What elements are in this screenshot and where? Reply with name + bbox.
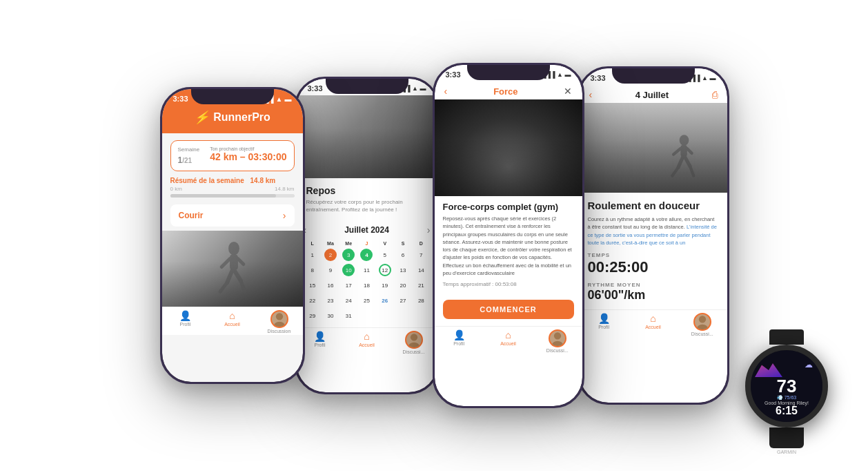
tab-accueil-1[interactable]: ⌂ Accueil (209, 310, 256, 334)
day-19[interactable]: 19 (376, 278, 394, 293)
garmin-brand: GARMIN (738, 450, 835, 454)
share-icon[interactable]: ⎙ (712, 89, 718, 100)
day-4[interactable]: 4 (357, 247, 375, 262)
day-22[interactable]: 22 (304, 293, 322, 308)
svg-line-3 (237, 259, 243, 265)
day-26[interactable]: 26 (376, 293, 394, 308)
courir-arrow: › (283, 210, 286, 221)
day-21[interactable]: 21 (412, 278, 430, 293)
status-time-2: 3:33 (308, 84, 323, 93)
force-time: Temps approximatif : 00:53:08 (443, 281, 574, 287)
day-27[interactable]: 27 (394, 293, 412, 308)
accueil-icon-4: ⌂ (650, 313, 655, 324)
profil-label-4: Profil (598, 325, 609, 329)
col-ma: Ma (322, 240, 339, 247)
day-29[interactable]: 29 (304, 308, 322, 323)
weights-bg (435, 99, 582, 196)
force-desc: Reposez-vous après chaque série et exerc… (443, 215, 574, 277)
watch-strap-bottom (769, 427, 804, 448)
day-5[interactable]: 5 (376, 247, 394, 262)
cal-title: Juillet 2024 (344, 225, 389, 235)
svg-line-7 (240, 280, 244, 291)
watch-temperature: 73 (777, 377, 797, 395)
phone-calendar: 3:33 ▐▐▐ ▲ ▬ Repos Récupérez votre corps… (295, 77, 440, 394)
profil-icon-4: 👤 (598, 313, 610, 324)
tab-discussion-3[interactable]: Discussi... (533, 329, 582, 353)
svg-line-18 (678, 157, 682, 167)
top-img-bg (297, 95, 437, 178)
tab-discussion-2[interactable]: Discussi... (391, 331, 437, 354)
tab-profil-1[interactable]: 👤 Profil (162, 310, 209, 334)
wind-icon: 💨 (777, 395, 783, 400)
tab-discussion-1[interactable]: Discussion (256, 310, 303, 334)
outdoor-bg (580, 103, 727, 193)
avatar-1 (270, 310, 288, 328)
force-header: ‹ Force ✕ (435, 81, 582, 99)
day-28[interactable]: 28 (412, 293, 430, 308)
day-30[interactable]: 30 (322, 308, 339, 323)
objectif-section: Ton prochain objectif 42 km – 03:30:00 (210, 146, 286, 162)
cal-next[interactable]: › (427, 224, 431, 236)
day-7[interactable]: 7 (412, 247, 430, 262)
tab-discussion-4[interactable]: Discussi... (678, 313, 727, 336)
main-scene: 3:33 ▐▐▐ ▲ ▬ ⚡ RunnerPro Semaine (0, 0, 868, 471)
rythme-metric-val: 06'00"/km (588, 288, 719, 302)
day-20[interactable]: 20 (394, 278, 412, 293)
day-1[interactable]: 1 (304, 247, 322, 262)
phone-force: 3:33 ▐▐▐ ▲ ▬ ‹ Force ✕ Force-corps compl… (433, 63, 584, 408)
notch1 (191, 89, 274, 104)
close-button[interactable]: ✕ (564, 86, 572, 97)
back-arrow-4[interactable]: ‹ (589, 89, 593, 100)
svg-point-14 (679, 135, 689, 145)
accueil-icon-2: ⌂ (364, 331, 369, 342)
tab-accueil-4[interactable]: ⌂ Accueil (629, 313, 678, 336)
app-header: ⚡ RunnerPro (162, 106, 303, 133)
img-gradient-2 (297, 95, 437, 178)
accueil-icon-1: ⌂ (229, 310, 235, 321)
day-11[interactable]: 11 (357, 262, 375, 278)
day-25[interactable]: 25 (357, 293, 375, 308)
day-16[interactable]: 16 (322, 278, 339, 293)
watch-body: ☁ 73 💨 75/63 Good Morning Riley! 6:15 (745, 345, 828, 427)
day-15[interactable]: 15 (304, 278, 322, 293)
tab-accueil-2[interactable]: ⌂ Accueil (344, 331, 391, 354)
objectif-val: 42 km – 03:30:00 (210, 151, 286, 162)
commencer-button[interactable]: COMMENCER (443, 300, 574, 319)
courir-row[interactable]: Courir › (170, 204, 295, 227)
day-13[interactable]: 13 (394, 262, 412, 278)
day-23[interactable]: 23 (322, 293, 339, 308)
watch-strap-top (769, 329, 804, 345)
svg-point-11 (408, 343, 419, 347)
day-9[interactable]: 9 (322, 262, 339, 278)
force-workout-title: Force-corps complet (gym) (443, 202, 574, 212)
day-8[interactable]: 8 (304, 262, 322, 278)
resume-section: Résumé de la semaine 14.8 km (162, 171, 303, 186)
juillet-top-image (580, 103, 727, 193)
day-10[interactable]: 10 (339, 262, 357, 278)
svg-line-5 (233, 270, 240, 281)
tab-accueil-3[interactable]: ⌂ Accueil (484, 329, 533, 353)
courir-label: Courir (179, 211, 204, 220)
top-image-2 (297, 95, 437, 178)
day-6[interactable]: 6 (394, 247, 412, 262)
day-14[interactable]: 14 (412, 262, 430, 278)
day-17[interactable]: 17 (339, 278, 357, 293)
cal-row-2: 8 9 10 11 12 13 14 (304, 262, 431, 278)
discussion-label-1: Discussion (268, 329, 291, 334)
day-12[interactable]: 12 (376, 262, 394, 278)
watch-mountain (755, 360, 782, 377)
garmin-watch: ☁ 73 💨 75/63 Good Morning Riley! 6:15 GA… (738, 329, 835, 443)
day-31[interactable]: 31 (339, 308, 357, 323)
day-2[interactable]: 2 (322, 247, 339, 262)
wifi-icon: ▲ (276, 95, 283, 103)
day-3[interactable]: 3 (339, 247, 357, 262)
back-arrow[interactable]: ‹ (444, 86, 448, 97)
day-24[interactable]: 24 (339, 293, 357, 308)
svg-rect-1 (230, 255, 238, 270)
svg-line-17 (687, 148, 691, 153)
temps-metric-val: 00:25:00 (588, 258, 719, 276)
accueil-icon-3: ⌂ (505, 329, 511, 340)
tab-profil-4[interactable]: 👤 Profil (580, 313, 629, 336)
tab-profil-3[interactable]: 👤 Profil (435, 329, 484, 353)
day-18[interactable]: 18 (357, 278, 375, 293)
